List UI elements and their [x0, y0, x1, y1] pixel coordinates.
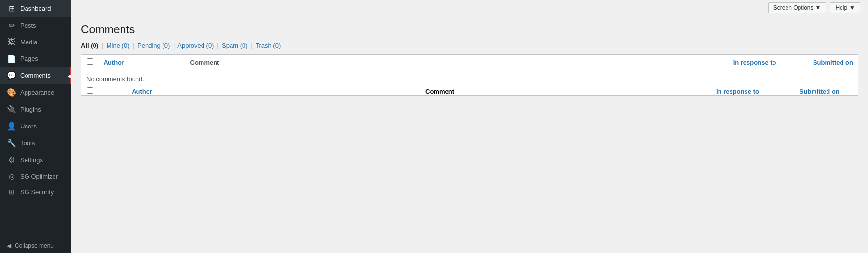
- table-footer: Author Comment In response to Submitted …: [81, 87, 858, 96]
- content-area: Comments All (0) | Mine (0) | Pending (0…: [71, 15, 868, 253]
- sidebar-item-media[interactable]: 🖼 Media: [0, 34, 71, 50]
- sidebar-item-appearance[interactable]: 🎨 Appearance: [0, 84, 71, 101]
- sidebar-item-plugins[interactable]: 🔌 Plugins: [0, 101, 71, 118]
- filter-mine[interactable]: Mine (0): [107, 42, 130, 49]
- filter-trash[interactable]: Trash (0): [256, 42, 281, 49]
- response-sort-link[interactable]: In response to: [733, 59, 776, 66]
- sidebar-item-users[interactable]: 👤 Users: [0, 118, 71, 135]
- author-column-header[interactable]: Author: [99, 55, 186, 70]
- sidebar-item-label: Comments: [20, 72, 51, 79]
- posts-icon: ✏: [7, 21, 16, 30]
- sg-security-icon: ⊞: [7, 188, 16, 196]
- sidebar-item-sg-security[interactable]: ⊞ SG Security: [0, 184, 71, 199]
- table-body: No comments found.: [81, 70, 858, 88]
- pages-icon: 📄: [7, 54, 16, 63]
- main-area: Screen Options ▼ Help ▼ Comments All (0)…: [71, 0, 868, 253]
- users-icon: 👤: [7, 122, 16, 131]
- collapse-label: Collapse menu: [15, 242, 54, 249]
- sidebar-item-dashboard[interactable]: ⊞ Dashboard: [0, 0, 71, 17]
- help-arrow: ▼: [849, 4, 855, 11]
- dashboard-icon: ⊞: [7, 4, 16, 13]
- author-sort-link[interactable]: Author: [104, 59, 124, 66]
- sidebar-item-comments[interactable]: 💬 Comments: [0, 67, 71, 84]
- no-comments-message: No comments found.: [81, 70, 858, 88]
- comments-icon: 💬: [7, 71, 16, 80]
- sidebar-item-label: Dashboard: [20, 5, 51, 12]
- footer-comment-header: Comment: [186, 87, 694, 96]
- page-title: Comments: [81, 23, 858, 36]
- sidebar-item-label: Settings: [20, 156, 43, 164]
- select-all-checkbox[interactable]: [87, 58, 93, 65]
- sidebar: ⊞ Dashboard ✏ Posts 🖼 Media 📄 Pages 💬 Co…: [0, 0, 71, 253]
- footer-author-sort-link[interactable]: Author: [132, 88, 152, 95]
- no-comments-row: No comments found.: [81, 70, 858, 88]
- screen-options-arrow: ▼: [815, 4, 821, 11]
- topbar: Screen Options ▼ Help ▼: [71, 0, 868, 15]
- sidebar-item-sg-optimizer[interactable]: ◎ SG Optimizer: [0, 169, 71, 184]
- sidebar-item-settings[interactable]: ⚙ Settings: [0, 152, 71, 169]
- sidebar-item-posts[interactable]: ✏ Posts: [0, 17, 71, 34]
- sidebar-item-label: SG Optimizer: [20, 173, 58, 180]
- screen-options-label: Screen Options: [773, 4, 814, 11]
- screen-options-button[interactable]: Screen Options ▼: [768, 2, 827, 13]
- help-button[interactable]: Help ▼: [830, 2, 860, 13]
- settings-icon: ⚙: [7, 155, 16, 165]
- footer-author-header[interactable]: Author: [99, 87, 186, 96]
- footer-select-all-header: [81, 87, 99, 96]
- sidebar-item-label: Appearance: [20, 89, 54, 96]
- plugins-icon: 🔌: [7, 105, 16, 114]
- select-all-header: [81, 55, 99, 70]
- sidebar-item-label: SG Security: [20, 188, 54, 196]
- table-header: Author Comment In response to Submitted …: [81, 55, 858, 70]
- response-column-header[interactable]: In response to: [694, 55, 781, 70]
- collapse-icon: ◀: [7, 242, 11, 249]
- media-icon: 🖼: [7, 38, 16, 46]
- sidebar-item-label: Tools: [20, 140, 35, 147]
- sidebar-item-label: Users: [20, 123, 37, 130]
- footer-response-sort-link[interactable]: In response to: [716, 88, 759, 95]
- submitted-column-header[interactable]: Submitted on: [781, 55, 858, 70]
- help-label: Help: [835, 4, 847, 11]
- collapse-menu-button[interactable]: ◀ Collapse menu: [0, 239, 71, 253]
- footer-submitted-header[interactable]: Submitted on: [781, 87, 858, 96]
- filter-pending[interactable]: Pending (0): [137, 42, 170, 49]
- footer-submitted-sort-link[interactable]: Submitted on: [800, 88, 840, 95]
- filter-spam[interactable]: Spam (0): [222, 42, 247, 49]
- filter-bar: All (0) | Mine (0) | Pending (0) | Appro…: [81, 42, 858, 49]
- filter-all[interactable]: All (0): [81, 42, 98, 49]
- comments-table: Author Comment In response to Submitted …: [81, 54, 858, 96]
- sidebar-item-tools[interactable]: 🔧 Tools: [0, 135, 71, 152]
- sidebar-item-pages[interactable]: 📄 Pages: [0, 50, 71, 67]
- active-indicator: [70, 67, 71, 84]
- tools-icon: 🔧: [7, 139, 16, 148]
- footer-response-header[interactable]: In response to: [694, 87, 781, 96]
- comment-column-header: Comment: [186, 55, 694, 70]
- submitted-sort-link[interactable]: Submitted on: [813, 59, 853, 66]
- sg-optimizer-icon: ◎: [7, 172, 16, 180]
- sidebar-item-label: Pages: [20, 55, 38, 62]
- sidebar-item-label: Plugins: [20, 106, 41, 113]
- footer-select-all-checkbox[interactable]: [87, 87, 93, 94]
- sidebar-item-label: Posts: [20, 22, 36, 29]
- appearance-icon: 🎨: [7, 88, 16, 97]
- sidebar-item-label: Media: [20, 39, 37, 46]
- filter-approved[interactable]: Approved (0): [177, 42, 214, 49]
